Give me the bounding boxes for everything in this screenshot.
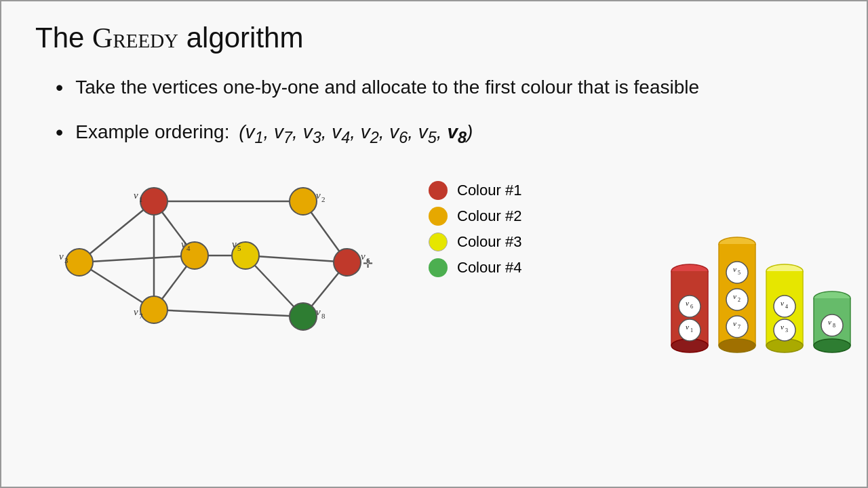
svg-text:2: 2 — [738, 297, 741, 303]
svg-point-68 — [774, 296, 795, 317]
svg-text:4: 4 — [186, 244, 191, 252]
svg-text:v: v — [686, 299, 689, 307]
svg-text:✛: ✛ — [363, 257, 373, 270]
svg-text:8: 8 — [833, 323, 835, 329]
bullet-2-text: Example ordering: (v1, v7, v3, v4, v2, v… — [75, 119, 473, 148]
svg-text:v: v — [232, 239, 237, 249]
svg-point-34 — [290, 303, 317, 330]
svg-text:2: 2 — [321, 195, 326, 203]
svg-text:6: 6 — [690, 304, 693, 310]
legend-container: Colour #1 Colour #2 Colour #3 Colour #4 — [429, 181, 521, 284]
svg-text:v: v — [733, 319, 736, 327]
legend-colour-3: Colour #3 — [429, 232, 521, 251]
legend-colour-4-label: Colour #4 — [457, 259, 521, 277]
svg-text:1: 1 — [690, 327, 693, 333]
legend-colour-1-label: Colour #1 — [457, 182, 521, 199]
legend-colour-2-circle — [429, 207, 448, 226]
bullet-1-section: • Take the vertices one-by-one and alloc… — [56, 75, 833, 100]
title-prefix: The — [35, 22, 92, 54]
cylinder-1: v 6 v 1 — [669, 259, 711, 364]
legend-colour-4-circle — [429, 258, 448, 277]
slide: The Greedy algorithm • Take the vertices… — [0, 0, 868, 488]
svg-text:1: 1 — [139, 195, 143, 203]
svg-text:3: 3 — [785, 327, 788, 333]
legend-colour-2: Colour #2 — [429, 207, 521, 226]
svg-text:v: v — [733, 265, 736, 273]
legend-colour-2-label: Colour #2 — [457, 207, 521, 225]
bullet-1: • Take the vertices one-by-one and alloc… — [56, 75, 833, 100]
legend-colour-1: Colour #1 — [429, 181, 521, 200]
graph-container: v 1 v 2 v 3 v 4 v 5 v — [35, 167, 388, 357]
svg-text:v: v — [781, 299, 784, 307]
cylinder-2-svg: v 5 v 2 v 7 — [716, 232, 758, 364]
svg-text:8: 8 — [321, 312, 326, 320]
legend-colour-3-label: Colour #3 — [457, 233, 521, 251]
svg-point-16 — [290, 188, 317, 215]
slide-title: The Greedy algorithm — [35, 22, 833, 54]
bullet-2-dot: • — [56, 119, 63, 145]
svg-text:v: v — [828, 318, 831, 326]
svg-text:v: v — [59, 251, 64, 262]
graph-svg: v 1 v 2 v 3 v 4 v 5 v — [35, 167, 388, 357]
bullet-1-text: Take the vertices one-by-one and allocat… — [75, 75, 699, 100]
svg-point-19 — [66, 249, 93, 276]
bullet-2: • Example ordering: (v1, v7, v3, v4, v2,… — [56, 119, 833, 148]
svg-text:7: 7 — [139, 312, 143, 320]
title-greedy: Greedy — [92, 22, 178, 54]
svg-text:v: v — [181, 239, 186, 249]
svg-point-53 — [719, 339, 755, 352]
example-ordering-label: Example ordering: — [75, 121, 229, 142]
cylinder-4: v 8 — [811, 286, 853, 364]
svg-text:v: v — [733, 292, 736, 300]
svg-line-11 — [154, 310, 303, 317]
svg-point-78 — [814, 339, 850, 352]
legend-colour-1-circle — [429, 181, 448, 200]
svg-point-13 — [140, 188, 167, 215]
svg-point-31 — [140, 296, 167, 323]
svg-text:7: 7 — [738, 324, 741, 330]
svg-point-28 — [334, 249, 361, 276]
svg-line-1 — [79, 201, 154, 262]
svg-text:v: v — [134, 306, 138, 317]
svg-line-8 — [245, 256, 347, 262]
ordering-sequence: (v1, v7, v3, v4, v2, v6, v5, v8) — [239, 121, 473, 142]
cylinder-2: v 5 v 2 v 7 — [716, 232, 758, 364]
svg-text:v: v — [316, 306, 321, 317]
svg-point-71 — [774, 319, 795, 341]
svg-text:v: v — [316, 190, 321, 201]
svg-point-46 — [679, 319, 701, 341]
svg-text:5: 5 — [738, 270, 741, 276]
svg-point-54 — [726, 262, 748, 283]
svg-point-57 — [726, 289, 748, 310]
bullet-1-dot: • — [56, 75, 63, 100]
svg-point-79 — [821, 314, 843, 336]
svg-text:v: v — [781, 323, 784, 331]
svg-line-12 — [79, 256, 195, 262]
bullet-2-section: • Example ordering: (v1, v7, v3, v4, v2,… — [56, 119, 833, 148]
legend-colour-3-circle — [429, 232, 448, 251]
legend-colour-4: Colour #4 — [429, 258, 521, 277]
cylinder-3: v 4 v 3 — [764, 259, 806, 364]
svg-text:3: 3 — [64, 256, 68, 264]
svg-text:5: 5 — [237, 244, 241, 252]
title-suffix: algorithm — [178, 22, 303, 54]
svg-text:v: v — [134, 190, 138, 201]
svg-point-60 — [726, 316, 748, 338]
svg-text:4: 4 — [785, 304, 788, 310]
cylinder-4-svg: v 8 — [811, 286, 853, 364]
svg-point-43 — [679, 296, 701, 317]
cylinder-3-svg: v 4 v 3 — [764, 259, 806, 364]
svg-text:v: v — [686, 323, 689, 331]
cylinders-container: v 6 v 1 v 5 v 2 — [669, 232, 853, 364]
cylinder-1-svg: v 6 v 1 — [669, 259, 711, 364]
